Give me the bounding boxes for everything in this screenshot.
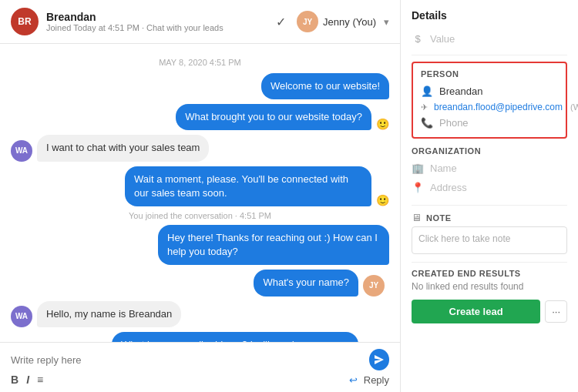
details-title: Details — [412, 9, 567, 22]
chat-header-sub: Joined Today at 4:51 PM · Chat with your… — [46, 23, 276, 32]
list-button[interactable]: ≡ — [37, 374, 43, 386]
person-name: Breandan — [439, 85, 482, 97]
org-address-placeholder: Address — [430, 182, 467, 193]
end-results-empty: No linked end results found — [412, 281, 567, 292]
date-divider: MAY 8, 2020 4:51 PM — [11, 58, 389, 67]
send-svg — [374, 354, 385, 365]
message-row: Welcome to our website! — [11, 73, 389, 99]
phone-placeholder: Phone — [439, 117, 469, 129]
reply-button[interactable]: Reply — [364, 374, 389, 386]
reaction-icon: 🙂 — [376, 194, 389, 206]
sender-avatar: WA — [11, 140, 32, 162]
person-icon: 👤 — [421, 85, 433, 97]
sender-avatar: WA — [11, 306, 32, 327]
message-row: Hey there! Thanks for reaching out :) Ho… — [11, 225, 389, 265]
reply-send-row: ↩ Reply — [349, 374, 389, 386]
person-phone-row[interactable]: 📞 Phone — [421, 115, 558, 131]
person-email-row: ✈ breandan.flood@pipedrive.com (Work) — [421, 99, 558, 115]
agent-selector[interactable]: JY Jenny (You) ▾ — [297, 11, 389, 32]
divider3 — [412, 262, 567, 263]
note-section: 🖥 NOTE Click here to take note — [412, 212, 567, 254]
note-icon: 🖥 — [412, 212, 422, 223]
check-icon[interactable]: ✓ — [276, 15, 286, 29]
note-input[interactable]: Click here to take note — [412, 226, 567, 254]
chat-header: BR Breandan Joined Today at 4:51 PM · Ch… — [0, 0, 400, 44]
org-name-placeholder: Name — [430, 162, 457, 174]
divider2 — [412, 205, 567, 206]
more-options-button[interactable]: ··· — [545, 300, 567, 323]
note-section-title: NOTE — [426, 213, 452, 223]
system-message: You joined the conversation · 4:51 PM — [11, 211, 389, 220]
reply-actions: B I ≡ ↩ Reply — [11, 370, 389, 389]
person-email[interactable]: breandan.flood@pipedrive.com — [434, 102, 563, 112]
reaction-icon: 🙂 — [376, 118, 389, 130]
person-section: PERSON 👤 Breandan ✈ breandan.flood@piped… — [412, 62, 567, 139]
create-lead-button[interactable]: Create lead — [412, 300, 540, 323]
message-row: Wait a moment, please. You'll be connect… — [11, 166, 389, 206]
header-info: Breandan Joined Today at 4:51 PM · Chat … — [46, 11, 276, 32]
message-bubble: Hello, my name is Breandan — [37, 301, 181, 327]
message-row: WA I want to chat with your sales team — [11, 135, 389, 161]
dollar-icon: $ — [412, 33, 424, 45]
send-icon-button[interactable] — [369, 349, 389, 370]
message-row: What brought you to our website today? 🙂 — [11, 104, 389, 130]
divider — [412, 55, 567, 55]
chat-panel: BR Breandan Joined Today at 4:51 PM · Ch… — [0, 0, 401, 392]
org-address-field[interactable]: 📍 Address — [412, 178, 567, 197]
reply-bar: B I ≡ ↩ Reply — [0, 342, 400, 392]
email-icon: ✈ — [421, 102, 428, 112]
person-name-row: 👤 Breandan — [421, 83, 558, 99]
bold-button[interactable]: B — [11, 374, 18, 386]
end-results-section: CREATED END RESULTS No linked end result… — [412, 269, 567, 323]
message-bubble: What's your name? — [254, 270, 358, 296]
org-name-field[interactable]: 🏢 Name — [412, 159, 567, 178]
message-bubble: I want to chat with your sales team — [37, 135, 209, 161]
messages-area: MAY 8, 2020 4:51 PM Welcome to our websi… — [0, 44, 400, 342]
create-lead-row: Create lead ··· — [412, 300, 567, 323]
details-panel: Details $ Value PERSON 👤 Breandan ✈ brea… — [401, 0, 578, 392]
message-bubble: What brought you to our website today? — [176, 104, 371, 130]
agent-avatar: JY — [297, 11, 318, 32]
agent-name: Jenny (You) — [323, 16, 376, 28]
italic-button[interactable]: I — [26, 374, 29, 386]
message-bubble: What is your email address? I will send … — [112, 332, 358, 342]
email-tag: (Work) — [570, 102, 578, 112]
person-section-title: PERSON — [421, 69, 558, 79]
message-bubble: Welcome to our website! — [261, 73, 389, 99]
user-avatar: BR — [11, 8, 39, 35]
message-row: What is your email address? I will send … — [11, 332, 389, 342]
location-icon: 📍 — [412, 182, 424, 193]
reply-input[interactable] — [11, 349, 369, 370]
formatting-tools: B I ≡ — [11, 374, 43, 386]
dropdown-icon[interactable]: ▾ — [384, 16, 389, 28]
reply-input-row — [11, 349, 389, 370]
message-row: What's your name? JY — [11, 270, 389, 296]
message-row: WA Hello, my name is Breandan — [11, 301, 389, 327]
end-results-title: CREATED END RESULTS — [412, 269, 567, 278]
agent-avatar-small: JY — [363, 275, 385, 297]
value-placeholder: Value — [430, 33, 455, 45]
org-section: ORGANIZATION 🏢 Name 📍 Address — [412, 146, 567, 197]
message-bubble: Wait a moment, please. You'll be connect… — [125, 166, 371, 206]
phone-icon: 📞 — [421, 117, 433, 129]
value-field[interactable]: $ Value — [412, 29, 567, 49]
chat-user-name: Breandan — [46, 11, 276, 23]
building-icon: 🏢 — [412, 162, 424, 174]
reply-arrow-icon: ↩ — [349, 374, 358, 386]
message-bubble: Hey there! Thanks for reaching out :) Ho… — [158, 225, 389, 265]
org-section-title: ORGANIZATION — [412, 146, 567, 156]
